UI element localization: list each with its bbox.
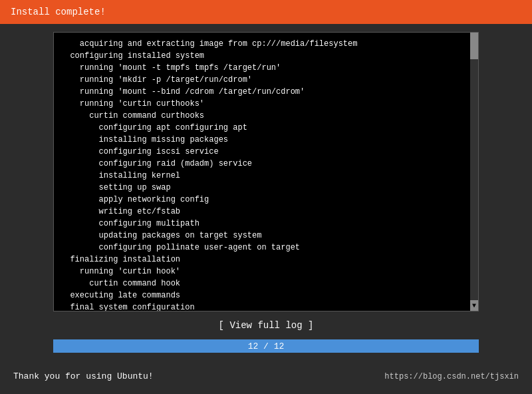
scrollbar-thumb[interactable]: [470, 33, 478, 59]
main-content: acquiring and extracting image from cp:/…: [0, 24, 532, 363]
progress-section: 12 / 12: [53, 337, 479, 355]
header-bar: Install complete!: [0, 0, 532, 24]
scrollbar-down-arrow[interactable]: ▼: [470, 300, 478, 311]
blog-url: https://blog.csdn.net/tjsxin: [384, 372, 519, 381]
thank-you-text: Thank you for using Ubuntu!: [13, 371, 154, 381]
progress-bar-container: 12 / 12: [53, 339, 479, 353]
footer-section: Thank you for using Ubuntu! https://blog…: [0, 366, 532, 387]
terminal-text: acquiring and extracting image from cp:/…: [54, 33, 478, 311]
view-log-section: [ View full log ]: [13, 311, 519, 337]
header-title: Install complete!: [11, 7, 106, 17]
view-log-button[interactable]: [ View full log ]: [219, 320, 314, 331]
scrollbar[interactable]: ▼: [470, 33, 478, 311]
progress-label: 12 / 12: [53, 339, 479, 353]
terminal-box: acquiring and extracting image from cp:/…: [53, 32, 479, 311]
